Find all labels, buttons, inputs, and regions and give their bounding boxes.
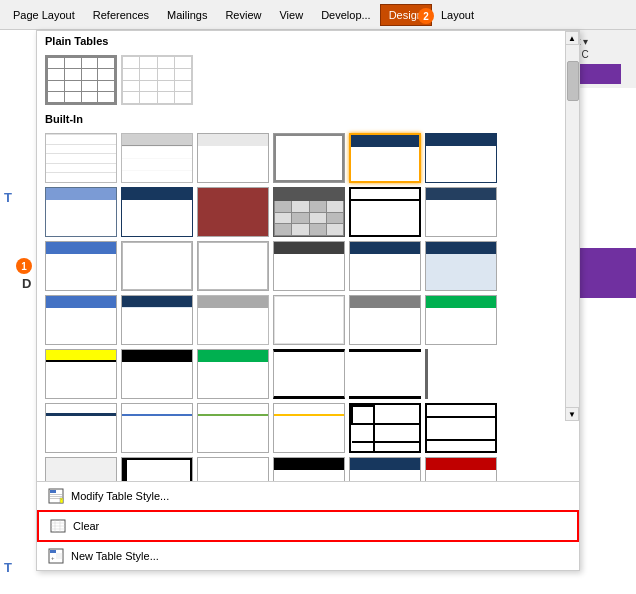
scroll-down-arrow[interactable]: ▼ [565,407,579,421]
table-style-bi-39[interactable] [197,457,269,481]
new-icon: + [47,547,65,565]
badge-1: 1 [16,258,32,274]
plain-tables-label: Plain Tables [37,31,579,51]
new-table-style-label: New Table Style... [71,550,159,562]
table-style-bi-36[interactable] [425,403,497,453]
sidebar-letter-t2: T [4,560,12,575]
new-table-style-action[interactable]: + New Table Style... [37,542,579,570]
table-style-bi-32[interactable] [121,403,193,453]
table-style-bi-10[interactable] [273,187,345,237]
table-style-bi-34[interactable] [273,403,345,453]
table-style-bi-12[interactable] [425,187,497,237]
table-style-bi-13[interactable] [45,241,117,291]
styles-scroll-area[interactable]: Plain Tables B [37,31,579,481]
table-style-bi-35[interactable] [349,403,421,453]
menu-develop[interactable]: Develop... [312,4,380,26]
table-style-bi-18[interactable] [425,241,497,291]
table-style-bi-24[interactable] [425,295,497,345]
svg-rect-3 [50,496,62,497]
table-styles-dropdown: Plain Tables B [36,30,580,571]
table-style-bi-26[interactable] [121,349,193,399]
table-style-bi-9[interactable] [197,187,269,237]
builtin-tables-label: Built-In [37,109,579,129]
table-style-bi-30[interactable] [425,349,497,399]
svg-rect-5 [60,498,63,503]
menu-mailings[interactable]: Mailings [158,4,216,26]
modify-icon [47,487,65,505]
table-style-plain-2[interactable] [121,55,193,105]
menu-layout[interactable]: Layout [432,4,483,26]
scroll-up-arrow[interactable]: ▲ [565,31,579,45]
builtin-tables-grid [37,129,579,481]
menu-references[interactable]: References [84,4,158,26]
modify-table-style-action[interactable]: Modify Table Style... [37,482,579,510]
table-style-bi-1[interactable] [45,133,117,183]
scroll-thumb[interactable] [567,61,579,101]
table-style-bi-6[interactable] [425,133,497,183]
table-style-bi-38[interactable] [121,457,193,481]
table-style-bi-8[interactable] [121,187,193,237]
table-style-bi-23[interactable] [349,295,421,345]
table-style-bi-29[interactable] [349,349,421,399]
table-style-plain-1[interactable] [45,55,117,105]
sidebar-letter-t: T [4,190,12,205]
table-style-bi-37[interactable] [45,457,117,481]
table-style-bi-4[interactable] [273,133,345,183]
sidebar-letter-d2: D [22,276,31,291]
table-style-bi-2[interactable] [121,133,193,183]
table-style-bi-42[interactable] [425,457,497,481]
table-style-bi-20[interactable] [121,295,193,345]
table-style-bi-5[interactable] [349,133,421,183]
table-style-bi-31[interactable] [45,403,117,453]
table-style-bi-14[interactable] [121,241,193,291]
table-style-bi-28[interactable] [273,349,345,399]
table-style-bi-15[interactable] [197,241,269,291]
table-style-bi-33[interactable] [197,403,269,453]
table-style-bi-11[interactable] [349,187,421,237]
table-style-bi-41[interactable] [349,457,421,481]
table-style-bi-22[interactable] [273,295,345,345]
actions-section: Modify Table Style... Clear [37,481,579,570]
menubar: Page Layout References Mailings Review V… [0,0,636,30]
table-style-bi-19[interactable] [45,295,117,345]
table-style-bi-25[interactable] [45,349,117,399]
table-style-bi-16[interactable] [273,241,345,291]
badge-2: 2 [418,8,434,24]
svg-rect-2 [50,494,62,495]
table-style-bi-40[interactable] [273,457,345,481]
clear-label: Clear [73,520,99,532]
menu-view[interactable]: View [270,4,312,26]
svg-rect-14 [50,550,56,553]
table-style-bi-17[interactable] [349,241,421,291]
scrollbar[interactable]: ▲ ▼ [565,31,579,421]
plain-tables-grid [37,51,579,109]
menu-review[interactable]: Review [216,4,270,26]
table-style-bi-27[interactable] [197,349,269,399]
clear-action[interactable]: Clear [37,510,579,542]
svg-text:+: + [51,555,55,561]
menu-page-layout[interactable]: Page Layout [4,4,84,26]
table-style-bi-7[interactable] [45,187,117,237]
clear-icon [49,517,67,535]
modify-table-style-label: Modify Table Style... [71,490,169,502]
table-style-bi-3[interactable] [197,133,269,183]
svg-rect-1 [50,490,56,493]
table-style-bi-21[interactable] [197,295,269,345]
